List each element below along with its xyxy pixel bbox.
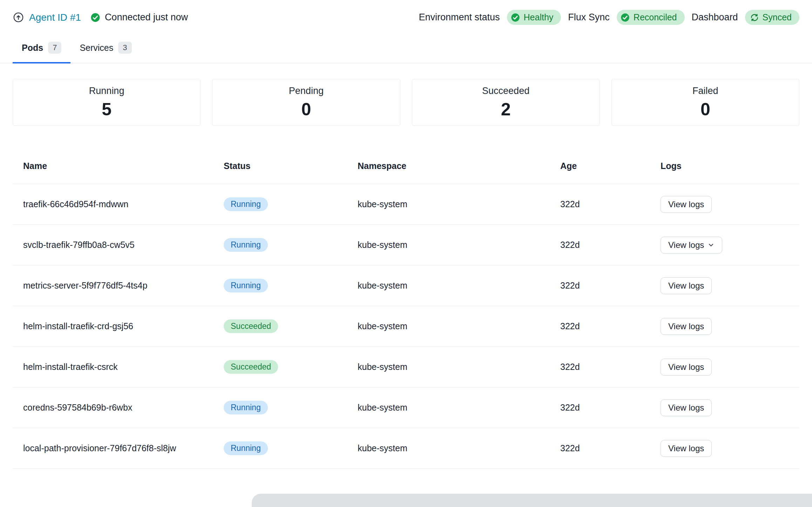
pod-age: 322d [560, 362, 661, 372]
status-badge: Running [224, 279, 268, 292]
pods-table: Name Status Namespace Age Logs traefik-6… [13, 148, 799, 469]
view-logs-button[interactable]: View logs [661, 359, 712, 376]
pod-age: 322d [560, 199, 661, 209]
table-row: svclb-traefik-79ffb0a8-cw5v5 Running kub… [13, 225, 799, 265]
bottom-sheet-corner [252, 494, 812, 507]
environment-status-group: Environment status Healthy Flux Sync Rec… [419, 10, 799, 25]
column-header-age: Age [560, 161, 661, 171]
connection-status-text: Connected just now [105, 12, 188, 23]
view-logs-label: View logs [668, 240, 704, 250]
stat-value: 0 [301, 99, 311, 120]
stat-label: Pending [289, 86, 324, 96]
dashboard-sync-badge-text: Synced [763, 12, 792, 22]
status-badge: Running [224, 401, 268, 414]
status-badge: Running [224, 441, 268, 455]
pod-namespace: kube-system [358, 403, 560, 413]
environment-status-badge-text: Healthy [524, 12, 554, 22]
check-circle-icon [620, 13, 630, 22]
table-row: local-path-provisioner-79f67d76f8-sl8jw … [13, 428, 799, 469]
connection-status: Connected just now [90, 12, 188, 23]
stat-card-pending: Pending 0 [212, 79, 400, 126]
view-logs-label: View logs [668, 322, 704, 331]
agent-id-link[interactable]: Agent ID #1 [29, 12, 81, 23]
table-row: helm-install-traefik-csrck Succeeded kub… [13, 347, 799, 387]
tab-services[interactable]: Services 3 [70, 39, 141, 63]
pod-namespace: kube-system [358, 280, 560, 291]
pod-age: 322d [560, 240, 661, 250]
environment-status-label: Environment status [419, 12, 500, 23]
view-logs-button[interactable]: View logs [661, 318, 712, 335]
dashboard-label: Dashboard [692, 12, 738, 23]
view-logs-button[interactable]: View logs [661, 399, 712, 416]
status-badge: Succeeded [224, 360, 278, 374]
column-header-logs: Logs [661, 161, 799, 171]
status-badge: Succeeded [224, 319, 278, 333]
flux-sync-badge: Reconciled [617, 10, 685, 25]
pod-namespace: kube-system [358, 240, 560, 250]
pod-namespace: kube-system [358, 199, 560, 209]
stat-value: 2 [501, 99, 511, 120]
column-header-name: Name [13, 161, 224, 171]
pod-name: helm-install-traefik-csrck [13, 361, 184, 373]
stat-label: Running [89, 86, 124, 96]
pod-stat-cards: Running 5 Pending 0 Succeeded 2 Failed 0 [13, 79, 799, 126]
pod-age: 322d [560, 443, 661, 453]
stat-label: Failed [692, 86, 718, 96]
view-logs-dropdown-button[interactable]: View logs [661, 237, 722, 253]
column-header-namespace: Namespace [358, 161, 560, 171]
pod-namespace: kube-system [358, 362, 560, 372]
pod-age: 322d [560, 403, 661, 413]
dashboard-sync-badge: Synced [745, 10, 799, 25]
pod-name: helm-install-traefik-crd-gsj56 [13, 320, 184, 332]
chevron-down-icon [708, 242, 715, 249]
flux-sync-label: Flux Sync [568, 12, 610, 23]
tab-bar: Pods 7 Services 3 [0, 39, 812, 63]
stat-label: Succeeded [482, 86, 529, 96]
view-logs-button[interactable]: View logs [661, 277, 712, 294]
stat-card-failed: Failed 0 [611, 79, 799, 126]
table-row: helm-install-traefik-crd-gsj56 Succeeded… [13, 306, 799, 347]
stat-value: 0 [701, 99, 710, 120]
view-logs-label: View logs [668, 403, 704, 413]
stat-value: 5 [102, 99, 111, 120]
view-logs-label: View logs [668, 281, 704, 291]
status-badge: Running [224, 197, 268, 211]
sync-arrows-icon [750, 13, 759, 22]
tab-services-count: 3 [118, 42, 131, 54]
agent-icon [13, 12, 24, 23]
pod-namespace: kube-system [358, 443, 560, 453]
agent-status-group: Agent ID #1 Connected just now [13, 12, 188, 23]
column-header-status: Status [224, 161, 358, 171]
tab-pods-count: 7 [48, 42, 61, 54]
pod-age: 322d [560, 321, 661, 331]
stat-card-running: Running 5 [13, 79, 201, 126]
header: Agent ID #1 Connected just now Environme… [0, 0, 812, 25]
view-logs-button[interactable]: View logs [661, 196, 712, 213]
view-logs-label: View logs [668, 444, 704, 453]
tab-services-label: Services [80, 43, 113, 53]
pod-name: metrics-server-5f9f776df5-4ts4p [13, 280, 184, 292]
table-row: metrics-server-5f9f776df5-4ts4p Running … [13, 265, 799, 306]
check-circle-icon [510, 13, 520, 22]
view-logs-label: View logs [668, 362, 704, 372]
view-logs-label: View logs [668, 200, 704, 209]
table-header-row: Name Status Namespace Age Logs [13, 148, 799, 184]
pod-age: 322d [560, 280, 661, 291]
view-logs-button[interactable]: View logs [661, 440, 712, 457]
table-row: traefik-66c46d954f-mdwwn Running kube-sy… [13, 184, 799, 225]
pod-name: traefik-66c46d954f-mdwwn [13, 198, 184, 210]
pod-name: local-path-provisioner-79f67d76f8-sl8jw [13, 442, 184, 454]
stat-card-succeeded: Succeeded 2 [412, 79, 600, 126]
table-row: coredns-597584b69b-r6wbx Running kube-sy… [13, 387, 799, 428]
pod-name: svclb-traefik-79ffb0a8-cw5v5 [13, 239, 184, 251]
environment-status-badge: Healthy [507, 10, 561, 25]
pod-name: coredns-597584b69b-r6wbx [13, 402, 184, 414]
tab-pods[interactable]: Pods 7 [13, 39, 70, 63]
flux-sync-badge-text: Reconciled [634, 12, 677, 22]
status-badge: Running [224, 238, 268, 252]
pod-namespace: kube-system [358, 321, 560, 331]
tab-pods-label: Pods [22, 43, 43, 53]
check-circle-icon [90, 12, 101, 23]
